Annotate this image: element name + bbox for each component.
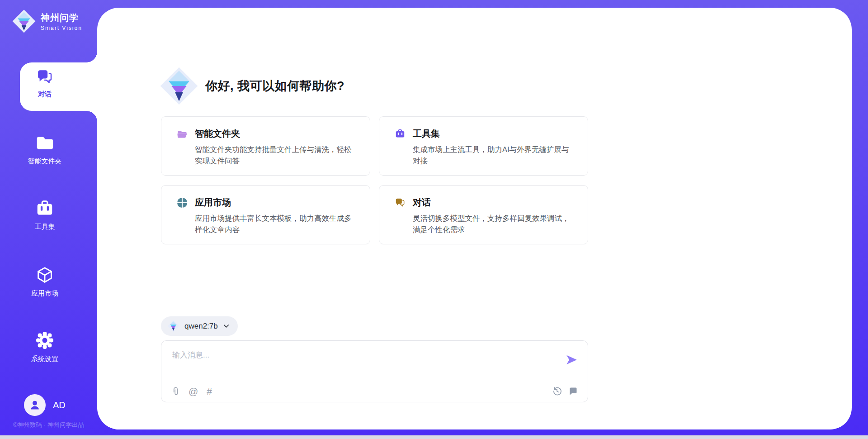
greeting: 你好, 我可以如何帮助你? xyxy=(159,66,344,106)
folder-open-icon xyxy=(176,128,188,140)
card-folders[interactable]: 智能文件夹 智能文件夹功能支持批量文件上传与清洗，轻松实现文件问答 xyxy=(161,116,370,176)
bottom-strip xyxy=(0,435,868,439)
mention-button[interactable]: @ xyxy=(189,387,198,396)
card-description: 应用市场提供丰富长文本模板，助力高效生成多样化文章内容 xyxy=(195,213,359,235)
main-content: 你好, 我可以如何帮助你? 智能文件夹 智能文件夹功能支持批量文件上传与清洗，轻… xyxy=(0,0,868,439)
feature-cards: 智能文件夹 智能文件夹功能支持批量文件上传与清洗，轻松实现文件问答 xyxy=(161,116,588,244)
card-description: 集成市场上主流工具，助力AI与外界无缝扩展与对接 xyxy=(413,144,577,167)
card-chat[interactable]: 对话 灵活切换多模型文件，支持多样回复效果调试，满足个性化需求 xyxy=(379,185,588,244)
card-title: 工具集 xyxy=(413,128,440,140)
card-title: 对话 xyxy=(413,196,431,209)
send-button[interactable] xyxy=(565,353,578,366)
card-title: 应用市场 xyxy=(195,196,231,209)
app-grid-icon xyxy=(176,197,188,209)
history-button[interactable] xyxy=(552,387,561,396)
at-icon: @ xyxy=(189,387,198,396)
message-composer: @ # xyxy=(161,340,588,402)
chat-icon xyxy=(394,197,406,209)
greeting-logo-icon xyxy=(159,66,199,106)
hash-icon: # xyxy=(207,387,212,396)
toolbox-icon xyxy=(394,128,406,140)
model-logo-icon xyxy=(167,320,179,332)
card-tools[interactable]: 工具集 集成市场上主流工具，助力AI与外界无缝扩展与对接 xyxy=(379,116,588,176)
topic-button[interactable]: # xyxy=(207,387,212,396)
history-icon xyxy=(552,387,561,396)
model-name: qwen2:7b xyxy=(184,322,218,331)
card-market[interactable]: 应用市场 应用市场提供丰富长文本模板，助力高效生成多样化文章内容 xyxy=(161,185,370,244)
chevron-down-icon xyxy=(223,323,230,329)
card-description: 灵活切换多模型文件，支持多样回复效果调试，满足个性化需求 xyxy=(413,213,577,235)
composer-toolbar: @ # xyxy=(161,380,588,402)
attach-file-button[interactable] xyxy=(171,387,180,396)
paperclip-icon xyxy=(171,387,180,396)
greeting-title: 你好, 我可以如何帮助你? xyxy=(205,78,344,94)
feedback-button[interactable] xyxy=(569,387,578,396)
send-icon xyxy=(565,353,578,366)
card-description: 智能文件夹功能支持批量文件上传与清洗，轻松实现文件问答 xyxy=(195,144,359,167)
card-title: 智能文件夹 xyxy=(195,128,240,140)
model-selector[interactable]: qwen2:7b xyxy=(161,316,238,336)
message-input[interactable] xyxy=(161,341,588,380)
feedback-icon xyxy=(569,387,578,396)
